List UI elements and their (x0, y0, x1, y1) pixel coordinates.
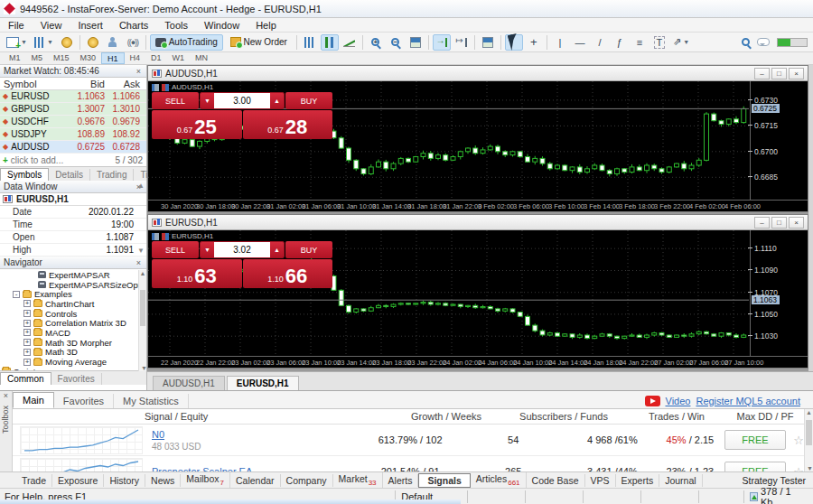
chart-area-scrollbar[interactable] (808, 65, 813, 371)
timeframe-h4[interactable]: H4 (125, 52, 146, 64)
maximize-button[interactable]: □ (771, 68, 787, 79)
bottom-tab-alerts[interactable]: Alerts (383, 474, 419, 487)
scrollbar-thumb[interactable] (806, 420, 812, 445)
close-icon[interactable]: × (0, 391, 12, 400)
menu-tools[interactable]: Tools (156, 19, 196, 32)
minimize-button[interactable]: – (754, 217, 770, 229)
bottom-tab-company[interactable]: Company (281, 474, 333, 487)
market-watch-tab-trading[interactable]: Trading (90, 169, 135, 181)
volume-increase-button[interactable]: ▲ (270, 242, 284, 257)
timeframe-d1[interactable]: D1 (145, 52, 167, 64)
vertical-line-tool-button[interactable]: | (551, 34, 569, 51)
tree-item-chartinchart[interactable]: +ChartInChart (0, 299, 146, 309)
bottom-tab-code-base[interactable]: Code Base (527, 474, 585, 487)
autotrading-button[interactable]: AutoTrading (150, 34, 223, 51)
sell-price-panel[interactable]: 0.6725 (152, 110, 242, 139)
menu-file[interactable]: File (0, 19, 33, 32)
new-chart-button[interactable]: ▼ (4, 34, 30, 51)
search-icon[interactable] (742, 38, 750, 46)
broadcast-button[interactable]: ((●)) (124, 34, 142, 51)
signal-name-link[interactable]: N0 (152, 429, 164, 440)
chart-surface[interactable]: 1.11101.10901.10701.10501.10301.1063EURU… (148, 230, 808, 356)
buy-button[interactable]: BUY (285, 241, 332, 258)
tree-item-math-3d[interactable]: +Math 3D (0, 348, 146, 358)
symbol-row-audusd[interactable]: ◆AUDUSD0.67250.6728 (0, 141, 146, 154)
volume-decrease-button[interactable]: ▼ (201, 242, 214, 257)
one-click-trading-icon[interactable] (162, 84, 169, 91)
minimize-button[interactable]: – (754, 68, 770, 79)
bottom-tab-journal[interactable]: Journal (659, 474, 702, 487)
market-watch-tab-symbols[interactable]: Symbols (0, 168, 49, 181)
text-tool-button[interactable]: T (650, 34, 668, 51)
maximize-button[interactable]: □ (771, 217, 787, 229)
chart-shift-button[interactable] (453, 34, 471, 51)
buy-price-panel[interactable]: 1.1066 (243, 259, 333, 288)
tree-item-correlation-matrix-3d[interactable]: +Correlation Matrix 3D (0, 318, 146, 328)
bottom-tab-history[interactable]: History (104, 474, 145, 487)
symbol-row-usdjpy[interactable]: ◆USDJPY108.89108.92 (0, 128, 146, 141)
expand-plus-icon[interactable]: + (23, 349, 31, 356)
bottom-tab-exposure[interactable]: Exposure (52, 474, 104, 487)
horizontal-line-tool-button[interactable]: — (571, 34, 589, 51)
scroll-down-icon[interactable]: ▼ (807, 465, 813, 471)
bottom-scroll-strip[interactable] (0, 499, 461, 504)
signal-row-n0[interactable]: N048 033 USD613.79% / 102544 968 /61%45%… (13, 425, 804, 456)
toolbox-tab-my-statistics[interactable]: My Statistics (114, 394, 189, 408)
menu-window[interactable]: Window (196, 19, 248, 32)
tree-item-math-3d-morpher[interactable]: +Math 3D Morpher (0, 338, 146, 348)
close-button[interactable]: × (789, 68, 804, 79)
timeframe-m1[interactable]: M1 (4, 52, 26, 64)
bottom-tab-news[interactable]: News (145, 474, 181, 487)
tree-item-examples[interactable]: -Examples (0, 289, 146, 299)
line-chart-mode-button[interactable] (341, 34, 359, 51)
navigator-tab-common[interactable]: Common (0, 372, 51, 385)
crosshair-tool-button[interactable]: + (525, 34, 543, 51)
bottom-tab-market[interactable]: Market33 (333, 472, 383, 488)
symbol-row-eurusd[interactable]: ◆EURUSD1.10631.1066 (0, 90, 146, 103)
symbol-row-gbpusd[interactable]: ◆GBPUSD1.30071.3010 (0, 103, 146, 116)
tree-item-scripts[interactable]: Scripts (0, 367, 146, 370)
tile-windows-button[interactable] (406, 34, 425, 51)
bottom-tab-trade[interactable]: Trade (16, 474, 52, 487)
depth-of-market-icon[interactable] (152, 84, 159, 91)
sell-price-panel[interactable]: 1.1063 (152, 259, 242, 288)
expand-plus-icon[interactable]: + (23, 329, 31, 336)
volume-increase-button[interactable]: ▲ (270, 93, 284, 108)
timeframe-m30[interactable]: M30 (75, 52, 102, 64)
one-click-trading-icon[interactable] (162, 233, 169, 240)
zoom-in-button[interactable]: + (367, 34, 385, 51)
tree-item-controls[interactable]: +Controls (0, 309, 146, 319)
buy-price-panel[interactable]: 0.6728 (243, 110, 333, 139)
chart-tab-eurusd-h1[interactable]: EURUSD,H1 (227, 376, 299, 390)
expand-plus-icon[interactable]: + (23, 310, 31, 317)
bottom-tab-experts[interactable]: Experts (616, 474, 660, 487)
auto-scroll-button[interactable] (433, 34, 451, 51)
depth-of-market-icon[interactable] (152, 233, 159, 240)
timeframe-w1[interactable]: W1 (167, 52, 191, 64)
youtube-icon[interactable] (645, 396, 660, 406)
expand-plus-icon[interactable]: + (23, 300, 31, 307)
scroll-up-icon[interactable]: ▲ (137, 182, 145, 190)
menu-insert[interactable]: Insert (70, 19, 111, 32)
register-mql5-link[interactable]: Register MQL5 account (696, 396, 800, 406)
sell-button[interactable]: SELL (152, 241, 199, 258)
scroll-down-icon[interactable]: ▼ (137, 247, 145, 255)
market-data-button[interactable] (58, 34, 76, 51)
deposit-button[interactable] (84, 34, 102, 51)
trendline-tool-button[interactable]: / (591, 34, 609, 51)
expand-plus-icon[interactable]: + (23, 320, 31, 327)
timeframe-h1[interactable]: H1 (101, 52, 125, 64)
sell-button[interactable]: SELL (152, 92, 199, 109)
bottom-tab-mailbox[interactable]: Mailbox7 (181, 472, 230, 488)
profiles-button[interactable]: ▼ (32, 34, 56, 51)
collapse-minus-icon[interactable]: - (13, 291, 20, 298)
timeframe-mn[interactable]: MN (190, 52, 213, 64)
scrollbar-thumb[interactable] (140, 290, 145, 326)
chart-surface[interactable]: 0.67300.67150.67000.66850.6725AUDUSD,H1S… (148, 81, 808, 200)
tree-item-expertmapsar[interactable]: ExpertMAPSAR (0, 270, 146, 280)
accounts-button[interactable] (104, 34, 122, 51)
bottom-tab-signals[interactable]: Signals (418, 473, 470, 488)
volume-value[interactable]: 3.00 (214, 93, 270, 108)
symbol-row-usdchf[interactable]: ◆USDCHF0.96760.9679 (0, 116, 146, 128)
buy-button[interactable]: BUY (285, 92, 332, 109)
